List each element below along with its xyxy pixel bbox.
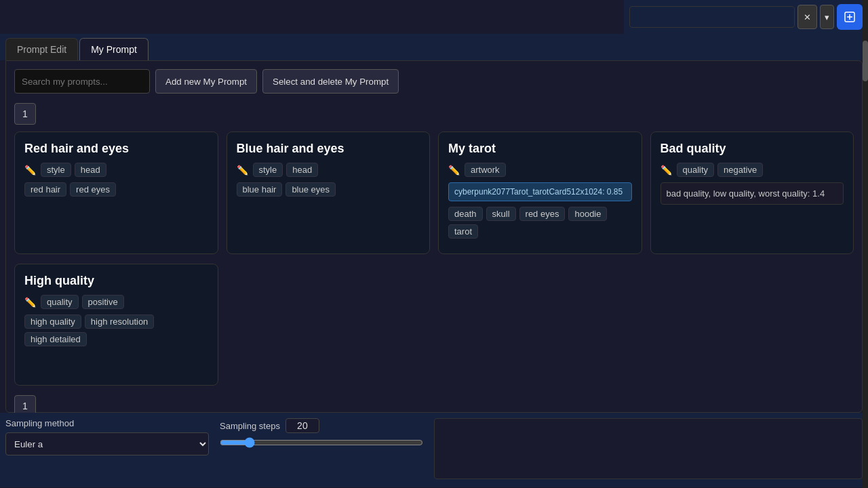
tag-hoodie[interactable]: hoodie xyxy=(568,207,607,221)
tag-quality[interactable]: quality xyxy=(677,163,715,177)
card-content-tags: high quality high resolution high detail… xyxy=(24,314,208,346)
dropdown-arrow-button[interactable]: ▾ xyxy=(820,5,834,29)
card-category-tags: ✏️ style head xyxy=(24,163,208,177)
tag-red-hair[interactable]: red hair xyxy=(24,182,66,197)
card-red-hair[interactable]: Red hair and eyes ✏️ style head red hair… xyxy=(14,131,218,254)
search-input[interactable] xyxy=(14,69,150,94)
tag-death[interactable]: death xyxy=(448,207,483,221)
card-category-tags: ✏️ quality positive xyxy=(24,295,208,309)
tag-high-quality[interactable]: high quality xyxy=(24,314,81,329)
tab-my-prompt[interactable]: My Prompt xyxy=(79,38,149,60)
card-my-tarot[interactable]: My tarot ✏️ artwork cyberpunk2077Tarot_t… xyxy=(438,131,642,254)
tag-high-resolution[interactable]: high resolution xyxy=(85,314,155,329)
tag-blue-eyes[interactable]: blue eyes xyxy=(285,182,336,197)
tag-high-detailed[interactable]: high detailed xyxy=(24,332,87,346)
sampling-method-label: Sampling method xyxy=(5,418,209,428)
tag-head[interactable]: head xyxy=(75,163,106,177)
tag-style[interactable]: style xyxy=(41,163,71,177)
tag-skull[interactable]: skull xyxy=(486,207,516,221)
edit-icon: ✏️ xyxy=(237,165,248,176)
sampling-method-section: Sampling method Euler a xyxy=(5,418,209,455)
sampling-steps-section: Sampling steps 20 xyxy=(220,418,423,450)
steps-value-box[interactable]: 20 xyxy=(285,418,319,433)
quality-text-box: bad quality, low quality, worst quality:… xyxy=(660,182,844,205)
tag-red-eyes[interactable]: red eyes xyxy=(519,207,566,221)
card-bad-quality[interactable]: Bad quality ✏️ quality negative bad qual… xyxy=(650,131,854,254)
action-icon xyxy=(844,12,855,22)
tag-quality[interactable]: quality xyxy=(41,295,79,309)
card-category-tags: ✏️ artwork xyxy=(448,163,632,177)
add-prompt-button[interactable]: Add new My Prompt xyxy=(155,69,257,94)
edit-icon: ✏️ xyxy=(448,165,460,176)
card-content-tags: red hair red eyes xyxy=(24,182,208,197)
card-title: High quality xyxy=(24,274,208,288)
card-title: Blue hair and eyes xyxy=(237,142,420,156)
card-title: Red hair and eyes xyxy=(24,142,208,156)
bottom-section: Sampling method Euler a Sampling steps 2… xyxy=(0,413,868,487)
card-category-tags: ✏️ style head xyxy=(237,163,420,177)
edit-icon: ✏️ xyxy=(24,165,36,176)
clear-button[interactable]: ✕ xyxy=(797,5,817,29)
sampling-steps-label: Sampling steps xyxy=(220,421,280,431)
card-content-tags: death skull red eyes hoodie tarot xyxy=(448,207,632,239)
right-panel xyxy=(434,418,863,479)
tag-positive[interactable]: positive xyxy=(82,295,124,309)
action-icon-button[interactable] xyxy=(837,4,863,30)
slider-container xyxy=(220,437,423,450)
scrollbar[interactable] xyxy=(863,0,868,488)
main-content: Add new My Prompt Select and delete My P… xyxy=(5,60,863,413)
toolbar: Add new My Prompt Select and delete My P… xyxy=(14,69,854,94)
tag-negative[interactable]: negative xyxy=(717,163,763,177)
delete-prompt-button[interactable]: Select and delete My Prompt xyxy=(262,69,399,94)
tag-head[interactable]: head xyxy=(286,163,318,177)
scrollbar-thumb[interactable] xyxy=(863,41,868,81)
card-blue-hair[interactable]: Blue hair and eyes ✏️ style head blue ha… xyxy=(226,131,431,254)
tag-tarot[interactable]: tarot xyxy=(448,224,478,239)
card-high-quality[interactable]: High quality ✏️ quality positive high qu… xyxy=(14,264,218,386)
card-content-tags: blue hair blue eyes xyxy=(237,182,420,197)
steps-slider[interactable] xyxy=(220,437,423,448)
edit-icon: ✏️ xyxy=(660,165,672,176)
tag-blue-hair[interactable]: blue hair xyxy=(237,182,283,197)
cards-grid-row1: Red hair and eyes ✏️ style head red hair… xyxy=(14,131,854,254)
tag-style[interactable]: style xyxy=(253,163,283,177)
tab-prompt-edit[interactable]: Prompt Edit xyxy=(5,38,78,60)
card-title: Bad quality xyxy=(660,142,844,156)
edit-icon: ✏️ xyxy=(24,297,36,308)
tag-artwork[interactable]: artwork xyxy=(465,163,506,177)
tag-red-eyes[interactable]: red eyes xyxy=(70,182,116,197)
page-1-button-top[interactable]: 1 xyxy=(14,103,36,125)
card-title: My tarot xyxy=(448,142,632,156)
tabs-row: Prompt Edit My Prompt xyxy=(0,34,868,60)
sampling-method-select[interactable]: Euler a xyxy=(5,432,209,455)
card-category-tags: ✏️ quality negative xyxy=(660,163,844,177)
lora-box: cyberpunk2077Tarot_tarotCard512x1024: 0.… xyxy=(448,182,632,201)
top-text-input[interactable] xyxy=(629,6,795,28)
cards-grid-row2: High quality ✏️ quality positive high qu… xyxy=(14,264,854,386)
steps-header: Sampling steps 20 xyxy=(220,418,423,433)
